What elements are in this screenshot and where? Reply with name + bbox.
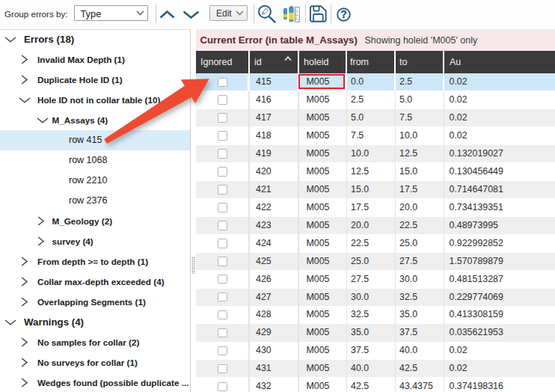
svg-text:?: ? xyxy=(340,8,347,20)
